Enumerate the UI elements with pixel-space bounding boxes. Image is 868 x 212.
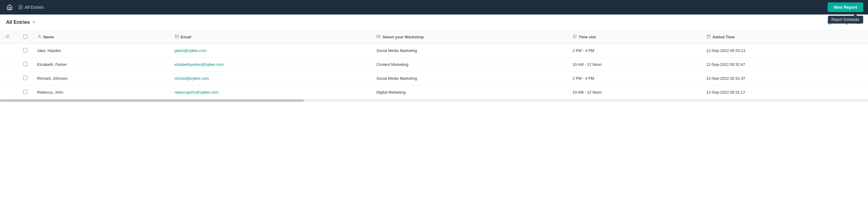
email-link-1[interactable]: elizabethparker@zylker.com [175, 62, 224, 67]
table-row: Rebecca, John rebeccajohn@zylker.com Dig… [0, 85, 868, 99]
row-timeslot-2: 2 PM - 4 PM [567, 72, 701, 85]
row-timeslot-3: 10 AM - 12 Noon [567, 85, 701, 99]
row-action-3 [0, 85, 18, 99]
svg-rect-0 [19, 5, 20, 7]
row-filter-icon[interactable] [5, 34, 10, 40]
row-email-3: rebeccajohn@zylker.com [170, 85, 372, 99]
select-all-checkbox[interactable] [23, 34, 27, 39]
th-email: Email [170, 30, 372, 44]
row-checkbox-1[interactable] [23, 62, 27, 66]
row-workshop-0: Social Media Marketing [372, 44, 568, 58]
report-scheduler-tooltip: Report Scheduler [828, 16, 863, 24]
th-workshop: Select your Workshop [372, 30, 568, 44]
envelope-icon [175, 34, 179, 39]
email-link-0[interactable]: jakeh@zylker.com [175, 48, 207, 53]
row-added-time-2: 12-Sep-2022 00:31:47 [701, 72, 868, 85]
th-select-all [18, 30, 32, 44]
row-checkbox-cell-3 [18, 85, 32, 99]
entries-table: Name Email [0, 30, 868, 99]
row-name-0: Jake, Hayden [32, 44, 170, 58]
row-added-time-0: 12-Sep-2022 00:33:13 [701, 44, 868, 58]
content-area: All Entries [0, 15, 868, 212]
svg-rect-23 [707, 35, 710, 38]
person-icon [37, 34, 41, 39]
card-icon [376, 34, 381, 39]
svg-point-18 [38, 35, 40, 36]
circle-dot-icon [572, 34, 577, 39]
sub-header-title: All Entries [6, 20, 30, 25]
row-checkbox-cell-0 [18, 44, 32, 58]
row-added-time-3: 12-Sep-2022 00:31:17 [701, 85, 868, 99]
row-email-2: richard@zylker.com [170, 72, 372, 85]
th-name-label: Name [43, 35, 54, 39]
svg-rect-1 [21, 5, 22, 7]
table-row: Jake, Hayden jakeh@zylker.com Social Med… [0, 44, 868, 58]
row-workshop-1: Content Marketing [372, 58, 568, 72]
row-action-0 [0, 44, 18, 58]
row-action-1 [0, 58, 18, 72]
email-link-2[interactable]: richard@zylker.com [175, 76, 209, 81]
scroll-track[interactable] [0, 99, 868, 102]
row-name-1: Elizabeth, Parker [32, 58, 170, 72]
breadcrumb-icon [18, 5, 23, 10]
sub-header: All Entries [0, 15, 868, 30]
th-name: Name [32, 30, 170, 44]
chevron-down-icon[interactable] [32, 20, 36, 25]
row-checkbox-cell-1 [18, 58, 32, 72]
table-header-row: Name Email [0, 30, 868, 44]
svg-rect-3 [19, 7, 20, 9]
th-timeslot-label: Time slot [579, 35, 596, 39]
row-email-0: jakeh@zylker.com [170, 44, 372, 58]
svg-point-21 [573, 35, 577, 38]
home-button[interactable] [5, 2, 14, 12]
row-checkbox-2[interactable] [23, 76, 27, 80]
th-timeslot: Time slot [567, 30, 701, 44]
email-link-3[interactable]: rebeccajohn@zylker.com [175, 90, 218, 95]
row-timeslot-1: 10 AM - 12 Noon [567, 58, 701, 72]
entries-table-container: Name Email [0, 30, 868, 99]
row-timeslot-0: 2 PM - 4 PM [567, 44, 701, 58]
sub-header-left: All Entries [6, 20, 36, 25]
row-workshop-2: Social Media Marketing [372, 72, 568, 85]
th-email-label: Email [181, 35, 191, 39]
row-name-2: Richard, Johnson [32, 72, 170, 85]
row-email-1: elizabethparker@zylker.com [170, 58, 372, 72]
row-action-2 [0, 72, 18, 85]
row-checkbox-3[interactable] [23, 90, 27, 94]
calendar-icon [707, 34, 711, 39]
top-nav: All Entries New Report Report Scheduler [0, 0, 868, 15]
th-workshop-label: Select your Workshop [382, 35, 424, 39]
scroll-thumb[interactable] [0, 99, 304, 102]
th-added-time-label: Added Time [712, 35, 735, 39]
new-report-button[interactable]: New Report [828, 2, 863, 12]
breadcrumb-text: All Entries [25, 5, 44, 10]
table-row: Elizabeth, Parker elizabethparker@zylker… [0, 58, 868, 72]
table-body: Jake, Hayden jakeh@zylker.com Social Med… [0, 44, 868, 99]
th-added-time: Added Time [701, 30, 868, 44]
row-checkbox-0[interactable] [23, 48, 27, 52]
row-checkbox-cell-2 [18, 72, 32, 85]
svg-point-22 [574, 36, 575, 37]
svg-rect-19 [377, 35, 380, 38]
th-filter [0, 30, 18, 44]
table-row: Richard, Johnson richard@zylker.com Soci… [0, 72, 868, 85]
svg-rect-2 [21, 7, 22, 9]
row-added-time-1: 12-Sep-2022 00:32:47 [701, 58, 868, 72]
row-name-3: Rebecca, John [32, 85, 170, 99]
row-workshop-3: Digital Marketing [372, 85, 568, 99]
